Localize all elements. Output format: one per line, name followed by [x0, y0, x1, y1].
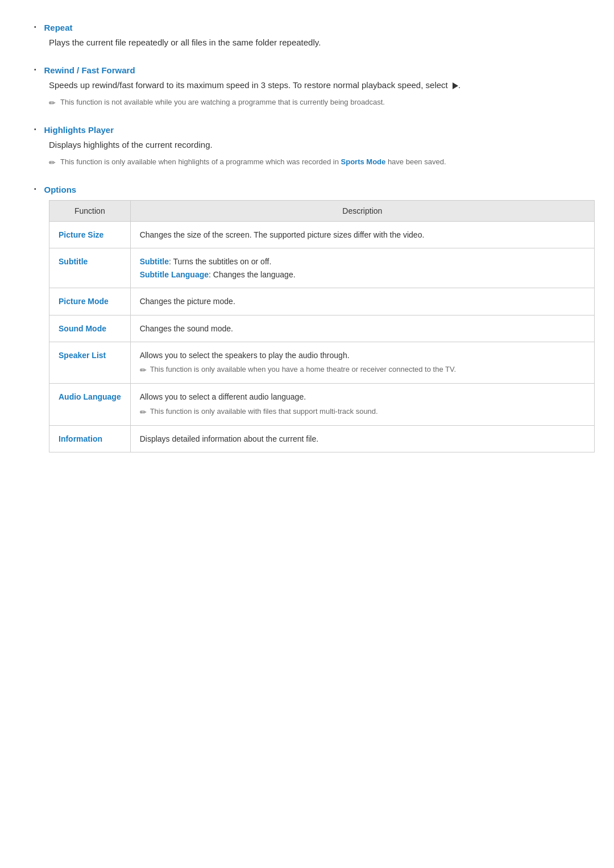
- speaker-list-note: ✏ This function is only available when y…: [140, 364, 585, 376]
- bullet-dot-4: •: [34, 186, 36, 192]
- rewind-title: Rewind / Fast Forward: [44, 65, 135, 75]
- table-row: Sound Mode Changes the sound mode.: [49, 315, 595, 342]
- repeat-body: Plays the current file repeatedly or all…: [49, 36, 580, 49]
- desc-speaker-list: Allows you to select the speakers to pla…: [130, 342, 594, 383]
- col-description-header: Description: [130, 201, 594, 222]
- repeat-section: • Repeat Plays the current file repeated…: [34, 23, 580, 49]
- highlights-bullet: • Highlights Player: [34, 125, 580, 135]
- highlights-section: • Highlights Player Displays highlights …: [34, 125, 580, 169]
- func-audio-language: Audio Language: [49, 384, 131, 425]
- rewind-ff-body: Speeds up rewind/fast forward to its max…: [49, 78, 580, 92]
- repeat-title: Repeat: [44, 23, 73, 32]
- highlights-note: ✏ This function is only available when h…: [49, 156, 580, 169]
- table-row: Speaker List Allows you to select the sp…: [49, 342, 595, 383]
- desc-subtitle: Subtitle: Turns the subtitles on or off.…: [130, 248, 594, 288]
- note-pencil-icon: ✏: [49, 97, 56, 109]
- options-section: • Options Function Description Picture S…: [34, 185, 580, 452]
- audio-language-note: ✏ This function is only available with f…: [140, 406, 585, 418]
- note-pencil-icon-3: ✏: [140, 364, 147, 376]
- func-information: Information: [49, 425, 131, 452]
- rewind-ff-bullet: • Rewind / Fast Forward: [34, 65, 580, 75]
- subtitle-language-link: Subtitle Language: [140, 270, 209, 279]
- func-sound-mode: Sound Mode: [49, 315, 131, 342]
- rewind-ff-section: • Rewind / Fast Forward Speeds up rewind…: [34, 65, 580, 109]
- note-pencil-icon-4: ✏: [140, 406, 147, 418]
- highlights-title: Highlights Player: [44, 125, 114, 135]
- desc-information: Displays detailed information about the …: [130, 425, 594, 452]
- rewind-ff-note: ✏ This function is not available while y…: [49, 97, 580, 109]
- repeat-bullet: • Repeat: [34, 23, 580, 32]
- desc-picture-mode: Changes the picture mode.: [130, 288, 594, 315]
- table-row: Picture Size Changes the size of the scr…: [49, 222, 595, 248]
- table-row: Subtitle Subtitle: Turns the subtitles o…: [49, 248, 595, 288]
- bullet-dot-3: •: [34, 126, 36, 132]
- func-subtitle: Subtitle: [49, 248, 131, 288]
- func-picture-mode: Picture Mode: [49, 288, 131, 315]
- col-function-header: Function: [49, 201, 131, 222]
- table-row: Picture Mode Changes the picture mode.: [49, 288, 595, 315]
- func-speaker-list: Speaker List: [49, 342, 131, 383]
- note-pencil-icon-2: ✏: [49, 157, 56, 169]
- options-table: Function Description Picture Size Change…: [49, 200, 595, 452]
- play-icon: [453, 82, 458, 89]
- subtitle-link: Subtitle: [140, 257, 169, 266]
- table-row: Audio Language Allows you to select a di…: [49, 384, 595, 425]
- options-title: Options: [44, 185, 77, 194]
- func-picture-size: Picture Size: [49, 222, 131, 248]
- highlights-body: Displays highlights of the current recor…: [49, 138, 580, 152]
- bullet-dot: •: [34, 24, 36, 30]
- desc-audio-language: Allows you to select a different audio l…: [130, 384, 594, 425]
- desc-picture-size: Changes the size of the screen. The supp…: [130, 222, 594, 248]
- table-row: Information Displays detailed informatio…: [49, 425, 595, 452]
- bullet-dot-2: •: [34, 67, 36, 73]
- options-bullet: • Options: [34, 185, 580, 194]
- desc-sound-mode: Changes the sound mode.: [130, 315, 594, 342]
